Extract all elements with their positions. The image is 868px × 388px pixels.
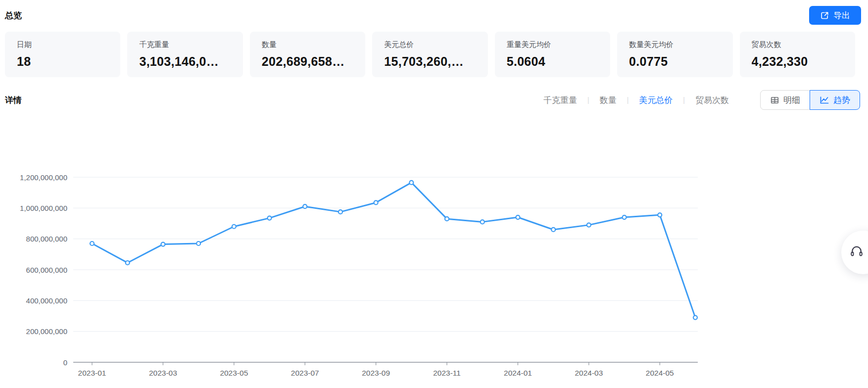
y-axis-tick-label: 1,000,000,000 — [20, 204, 67, 212]
data-point — [516, 215, 520, 219]
data-point — [268, 216, 272, 220]
view-toggle-group: 明细趋势 — [760, 90, 860, 110]
data-point — [161, 242, 165, 246]
stat-card-6: 贸易次数4,232,330 — [740, 32, 855, 77]
stat-label: 重量美元均价 — [507, 40, 598, 49]
stat-value: 18 — [17, 54, 108, 69]
metric-tab-1[interactable]: 数量 — [589, 95, 627, 106]
x-axis-tick-label: 2023-01 — [78, 369, 106, 377]
toggle-label: 明细 — [783, 95, 800, 106]
y-axis-tick-label: 400,000,000 — [26, 296, 67, 305]
data-point — [90, 242, 94, 245]
x-axis-tick-label: 2023-05 — [220, 369, 248, 377]
data-point — [303, 204, 307, 208]
data-point — [409, 181, 413, 185]
stat-label: 数量美元均价 — [629, 40, 721, 49]
stat-label: 贸易次数 — [752, 40, 843, 49]
stat-value: 4,232,330 — [752, 54, 843, 69]
y-axis-tick-label: 0 — [63, 358, 67, 367]
stat-label: 美元总价 — [384, 40, 476, 49]
trend-line-chart: 0200,000,000400,000,000600,000,000800,00… — [0, 116, 723, 383]
details-title: 详情 — [5, 95, 22, 106]
data-point — [481, 220, 484, 224]
x-axis-tick-label: 2024-01 — [504, 369, 532, 377]
stat-label: 数量 — [262, 40, 353, 49]
chart-area: 0200,000,000400,000,000600,000,000800,00… — [0, 116, 868, 383]
overview-page: 总览 导出 日期18千克重量3,103,146,0…数量202,689,658…… — [0, 0, 868, 388]
data-point — [587, 223, 591, 227]
x-axis-tick-label: 2024-05 — [646, 369, 674, 377]
series-line — [92, 183, 695, 318]
export-icon — [820, 11, 829, 20]
table-icon — [770, 96, 779, 105]
stat-label: 日期 — [17, 40, 108, 49]
x-axis-tick-label: 2024-03 — [575, 369, 603, 377]
stat-card-3: 美元总价15,703,260,… — [372, 32, 487, 77]
y-axis-tick-label: 800,000,000 — [26, 235, 67, 243]
view-detail-button[interactable]: 明细 — [760, 90, 810, 110]
stat-value: 15,703,260,… — [384, 54, 476, 69]
stat-value: 202,689,658… — [262, 54, 353, 69]
metric-tabs: 千克重量|数量|美元总价|贸易次数 — [533, 95, 739, 106]
data-point — [693, 316, 697, 320]
x-axis-tick-label: 2023-11 — [433, 369, 461, 377]
stat-label: 千克重量 — [139, 40, 231, 49]
export-button-label: 导出 — [833, 10, 850, 21]
y-axis-tick-label: 600,000,000 — [26, 266, 67, 274]
data-point — [196, 242, 200, 245]
details-controls: 千克重量|数量|美元总价|贸易次数 明细趋势 — [533, 90, 860, 110]
stat-card-5: 数量美元均价0.0775 — [617, 32, 732, 77]
stat-card-0: 日期18 — [5, 32, 120, 77]
metric-tab-2[interactable]: 美元总价 — [628, 95, 683, 106]
details-bar: 详情 千克重量|数量|美元总价|贸易次数 明细趋势 — [0, 77, 868, 110]
stat-card-4: 重量美元均价5.0604 — [495, 32, 610, 77]
data-point — [232, 225, 236, 229]
data-point — [445, 217, 449, 221]
x-axis-tick-label: 2023-09 — [362, 369, 390, 377]
data-point — [126, 261, 130, 265]
stat-value: 5.0604 — [507, 54, 598, 69]
x-axis-tick-label: 2023-03 — [149, 369, 177, 377]
trend-icon — [820, 96, 829, 105]
data-point — [374, 200, 378, 204]
stat-card-2: 数量202,689,658… — [250, 32, 365, 77]
metric-tab-3[interactable]: 贸易次数 — [685, 95, 739, 106]
data-point — [658, 213, 662, 217]
stat-value: 3,103,146,0… — [139, 54, 231, 69]
export-button[interactable]: 导出 — [809, 6, 861, 25]
x-axis-tick-label: 2023-07 — [291, 369, 319, 377]
metric-tab-0[interactable]: 千克重量 — [533, 95, 587, 106]
data-point — [623, 215, 627, 219]
stat-card-1: 千克重量3,103,146,0… — [127, 32, 242, 77]
data-point — [551, 228, 555, 232]
stat-value: 0.0775 — [629, 54, 721, 69]
data-point — [338, 210, 342, 214]
page-title: 总览 — [5, 10, 22, 21]
view-trend-button[interactable]: 趋势 — [810, 90, 860, 110]
stat-cards-row: 日期18千克重量3,103,146,0…数量202,689,658…美元总价15… — [0, 29, 868, 77]
y-axis-tick-label: 1,200,000,000 — [20, 173, 67, 182]
toggle-label: 趋势 — [833, 95, 850, 106]
y-axis-tick-label: 200,000,000 — [26, 327, 67, 336]
headset-icon — [849, 244, 864, 261]
top-bar: 总览 导出 — [0, 0, 868, 29]
